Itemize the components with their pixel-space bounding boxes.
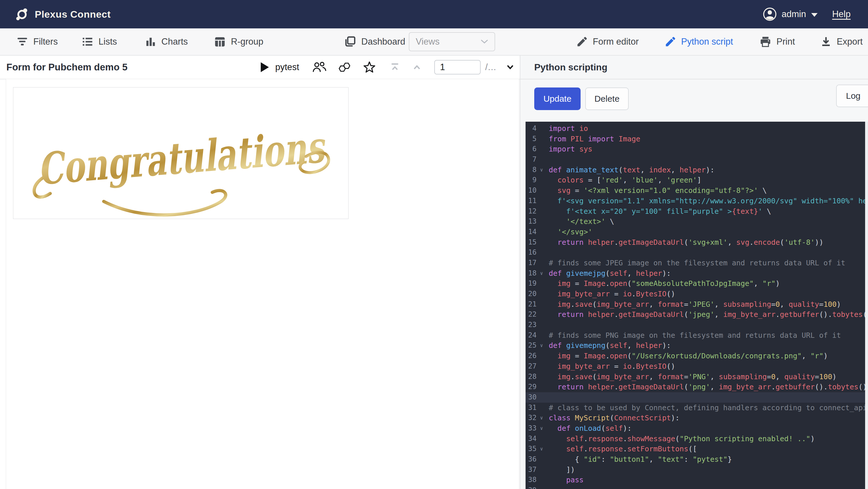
code-line: 9 colors = ['red', 'blue', 'green'] [526, 175, 865, 185]
code-line: 35∨ self.response.setFormButtons([ [526, 444, 865, 454]
code-line: 6import sys [526, 144, 865, 154]
first-page-button[interactable] [389, 61, 401, 73]
line-number: 33 [526, 423, 536, 434]
plexus-logo-icon [15, 7, 29, 21]
toolbar-print[interactable]: Print [759, 28, 795, 55]
code-line: 12 f'<text x="20" y="100" fill="purple" … [526, 206, 865, 217]
code-line: 29 return helper.getImageDataUrl('png', … [526, 382, 865, 392]
code-line: 23 [526, 320, 865, 330]
run-script-button[interactable] [261, 62, 269, 72]
line-number: 19 [526, 278, 536, 289]
code-line: 38 pass [526, 475, 865, 485]
line-number: 26 [526, 351, 536, 361]
script-panel-title: Python scripting [534, 56, 607, 79]
toolbar-python-script[interactable]: Python script [664, 28, 733, 55]
list-icon [81, 35, 94, 48]
congrats-image: Congratulations [13, 87, 348, 219]
toolbar-form-editor[interactable]: Form editor [576, 28, 639, 55]
code-line: 36 { "id": "button1", "text": "pytest"} [526, 454, 865, 465]
form-title: Form for Pubchem demo 5 [6, 56, 127, 79]
toolbar-charts[interactable]: Charts [144, 28, 188, 55]
line-number: 11 [526, 196, 536, 206]
line-number: 27 [526, 361, 536, 372]
code-line: 21 img.save(img_byte_arr, format='JPEG',… [526, 299, 865, 310]
line-number: 23 [526, 320, 536, 330]
help-link[interactable]: Help [832, 9, 850, 20]
line-number: 8 [526, 165, 536, 175]
fold-toggle-icon[interactable]: ∨ [536, 268, 547, 279]
fold-toggle-icon[interactable]: ∨ [536, 444, 547, 454]
line-number: 14 [526, 227, 536, 237]
brand: Plexus Connect [15, 0, 111, 28]
toolbar-rgroup[interactable]: R-group [214, 28, 264, 55]
code-line: 26 img = Image.open("/Users/kortusd/Down… [526, 351, 865, 361]
fold-toggle-icon[interactable]: ∨ [536, 413, 547, 423]
bar-chart-icon [144, 35, 157, 48]
page-total-label: /... [485, 62, 496, 72]
code-line: 18∨def givemejpg(self, helper): [526, 268, 865, 279]
code-line: 24# finds some PNG image on the filesyst… [526, 330, 865, 341]
filter-icon [16, 35, 29, 48]
line-number: 9 [526, 175, 536, 185]
code-line: 15 return helper.getImageDataUrl('svg+xm… [526, 237, 865, 248]
code-line: 30 [526, 392, 865, 403]
line-number: 15 [526, 237, 536, 248]
line-number: 25 [526, 340, 536, 351]
line-number: 5 [526, 134, 536, 144]
app-title: Plexus Connect [35, 9, 111, 20]
line-number: 37 [526, 465, 536, 475]
line-number: 20 [526, 289, 536, 299]
favorite-star-button[interactable] [363, 61, 376, 74]
previous-page-button[interactable] [411, 61, 423, 73]
printer-icon [759, 35, 772, 48]
toolbar-lists[interactable]: Lists [81, 28, 117, 55]
views-select[interactable]: Views [409, 32, 495, 51]
code-line: 16 [526, 247, 865, 258]
form-card: Congratulations [6, 79, 519, 489]
form-controls: pytest [261, 56, 538, 79]
code-line: 20 img_byte_arr = io.BytesIO() [526, 289, 865, 299]
structure-button[interactable] [338, 61, 352, 73]
line-number: 38 [526, 475, 536, 485]
update-button[interactable]: Update [534, 88, 581, 110]
line-number: 22 [526, 309, 536, 320]
code-line: 33∨ def onLoad(self): [526, 423, 865, 434]
code-line: 27 img_byte_arr = io.BytesIO() [526, 361, 865, 372]
toolbar-filters[interactable]: Filters [16, 28, 58, 55]
line-number: 17 [526, 258, 536, 268]
line-number: 4 [526, 123, 536, 134]
user-name: admin [782, 9, 806, 20]
code-line: 39 [526, 485, 865, 489]
code-line: 10 svg = '<?xml version="1.0" encoding="… [526, 185, 865, 196]
fold-toggle-icon[interactable]: ∨ [536, 423, 547, 434]
fold-toggle-icon[interactable]: ∨ [536, 165, 547, 175]
log-button[interactable]: Log [836, 85, 868, 107]
code-line: 31# class to be used by Connect, definin… [526, 403, 865, 413]
caret-down-icon [811, 13, 817, 17]
users-button[interactable] [312, 61, 327, 73]
pencil-icon [576, 36, 588, 48]
code-editor[interactable]: 4import io5from PIL import Image6import … [526, 122, 865, 489]
fold-toggle-icon[interactable]: ∨ [536, 340, 547, 351]
next-page-button[interactable] [504, 61, 516, 73]
code-line: 37 ]) [526, 465, 865, 475]
line-number: 16 [526, 247, 536, 258]
top-navbar: Plexus Connect admin Help [0, 0, 868, 28]
form-canvas: Congratulations [0, 80, 520, 489]
user-menu[interactable]: admin [763, 7, 817, 21]
line-number: 18 [526, 268, 536, 279]
run-script-label[interactable]: pytest [275, 62, 299, 72]
code-line: 5from PIL import Image [526, 134, 865, 144]
delete-button[interactable]: Delete [585, 88, 629, 110]
code-line: 8∨def animate_text(text, index, helper): [526, 165, 865, 175]
line-number: 31 [526, 403, 536, 413]
toolbar-dashboard[interactable]: Dashboard [343, 28, 405, 55]
code-scrollbar[interactable] [865, 122, 868, 489]
script-panel-header: Python scripting [520, 56, 868, 80]
line-number: 12 [526, 206, 536, 217]
line-number: 21 [526, 299, 536, 310]
table-grid-icon [214, 35, 226, 48]
page-number-input[interactable] [434, 60, 480, 74]
code-line: 17# finds some JPEG image on the filesys… [526, 258, 865, 268]
toolbar-export[interactable]: Export [820, 28, 863, 55]
